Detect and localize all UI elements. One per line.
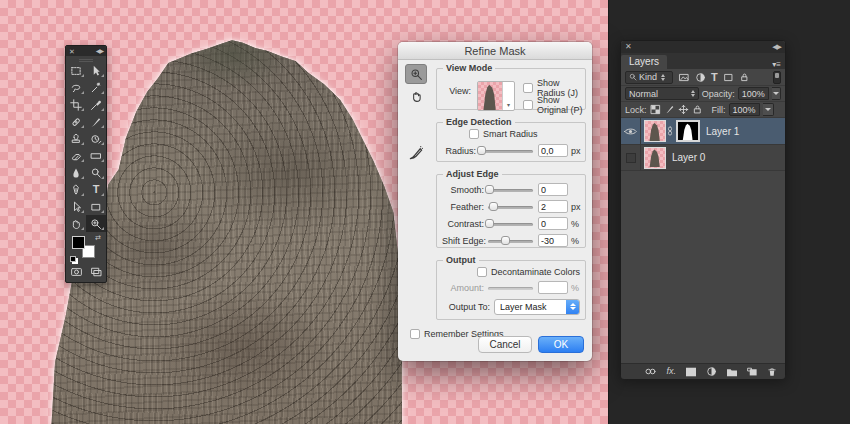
radius-field[interactable]	[538, 144, 568, 157]
tool-lasso[interactable]	[66, 79, 86, 96]
new-group-icon[interactable]	[726, 367, 738, 377]
new-layer-icon[interactable]	[747, 367, 758, 377]
tool-eyedropper[interactable]	[86, 96, 106, 113]
filter-smart-objects-icon[interactable]	[739, 72, 750, 83]
adjustment-layer-icon[interactable]	[706, 366, 717, 377]
tool-crop[interactable]	[66, 96, 86, 113]
layer-row-layer-0[interactable]: Layer 0	[621, 145, 785, 171]
shift-edge-slider-knob[interactable]	[501, 236, 510, 245]
layer-name[interactable]: Layer 0	[672, 152, 705, 163]
contrast-slider-knob[interactable]	[485, 219, 494, 228]
blend-mode-select[interactable]: Normal	[625, 87, 699, 100]
refine-mask-dialog: Refine Mask View Mode View: ▾ Show Radiu…	[398, 42, 592, 361]
close-icon[interactable]: ✕	[69, 48, 75, 55]
decontaminate-checkbox[interactable]	[477, 267, 487, 277]
tool-blur[interactable]	[66, 164, 86, 181]
tool-eraser[interactable]	[66, 147, 86, 164]
eye-icon[interactable]	[624, 127, 637, 136]
tool-zoom[interactable]	[86, 215, 106, 232]
panel-close-icon[interactable]: ✕	[625, 43, 632, 51]
contrast-field[interactable]	[538, 217, 568, 230]
shift-edge-slider[interactable]	[488, 236, 533, 246]
dialog-hand-tool[interactable]	[405, 86, 427, 106]
photoshop-screen: ✕ ◀▶ T ⇄	[0, 0, 850, 424]
filter-type-layers-icon[interactable]: T	[711, 72, 718, 83]
smooth-field[interactable]	[538, 183, 568, 196]
default-colors-icon[interactable]	[70, 256, 76, 262]
visibility-off-box[interactable]	[626, 153, 636, 163]
smooth-slider-knob[interactable]	[485, 185, 494, 194]
layer-mask-thumbnail[interactable]	[676, 120, 700, 142]
swap-colors-icon[interactable]: ⇄	[95, 234, 101, 242]
refine-radius-tool[interactable]	[405, 142, 427, 162]
layer-style-icon[interactable]: fx.	[666, 367, 676, 376]
tool-path-selection[interactable]	[66, 198, 86, 215]
tool-brush[interactable]	[86, 113, 106, 130]
contrast-slider[interactable]	[488, 219, 533, 229]
feather-slider[interactable]	[488, 202, 533, 212]
lock-all-icon[interactable]	[692, 104, 703, 115]
filter-pixel-layers-icon[interactable]	[678, 72, 690, 83]
dialog-tool-column	[405, 64, 429, 164]
radius-slider[interactable]	[480, 146, 533, 156]
link-layers-icon[interactable]	[644, 367, 657, 376]
filter-shape-layers-icon[interactable]	[723, 72, 734, 83]
lock-transparency-icon[interactable]	[650, 104, 661, 115]
screen-mode-icon[interactable]	[90, 266, 103, 278]
delete-layer-icon[interactable]	[767, 367, 777, 377]
smart-radius-checkbox[interactable]	[469, 129, 479, 139]
add-mask-icon[interactable]	[685, 367, 697, 377]
kind-filter-select[interactable]: Kind	[625, 71, 673, 84]
quick-mask-icon[interactable]	[70, 266, 83, 278]
tool-spot-healing-brush[interactable]	[66, 113, 86, 130]
layers-tab[interactable]: Layers	[621, 55, 667, 69]
smooth-slider[interactable]	[488, 185, 533, 195]
tool-rectangle-shape[interactable]	[86, 198, 106, 215]
tool-dodge[interactable]	[86, 164, 106, 181]
view-thumbnail-dropdown[interactable]: ▾	[477, 81, 515, 111]
panel-menu-icon[interactable]: ▾≡	[772, 60, 785, 69]
feather-field[interactable]	[538, 200, 568, 213]
panel-collapse-icon[interactable]: ◀▶	[772, 43, 781, 51]
tool-pen[interactable]	[66, 181, 86, 198]
layer-thumbnail[interactable]	[644, 147, 666, 169]
dialog-title[interactable]: Refine Mask	[398, 42, 592, 60]
radius-slider-knob[interactable]	[477, 146, 486, 155]
tool-gradient[interactable]	[86, 147, 106, 164]
tool-history-brush[interactable]	[86, 130, 106, 147]
output-to-select[interactable]: Layer Mask	[494, 299, 580, 315]
fill-dropdown-icon[interactable]	[763, 103, 774, 116]
filtering-toggle[interactable]	[773, 71, 781, 84]
mask-link-icon[interactable]	[666, 126, 674, 136]
layer-thumbnail[interactable]	[644, 120, 666, 142]
fill-label: Fill:	[712, 105, 726, 115]
tool-rectangular-marquee[interactable]	[66, 62, 86, 79]
lock-position-icon[interactable]	[678, 104, 689, 115]
foreground-color-swatch[interactable]	[72, 236, 85, 249]
tool-clone-stamp[interactable]	[66, 130, 86, 147]
view-dropdown-arrow-icon: ▾	[503, 82, 514, 110]
remember-settings-checkbox[interactable]	[410, 329, 420, 339]
shift-edge-field[interactable]	[538, 234, 568, 247]
tool-hand[interactable]	[66, 215, 86, 232]
opacity-value[interactable]: 100%	[738, 87, 769, 100]
layer-row-layer-1[interactable]: Layer 1	[621, 118, 785, 145]
filter-adjustment-layers-icon[interactable]	[695, 72, 706, 83]
visibility-gutter[interactable]	[621, 145, 641, 170]
opacity-dropdown-icon[interactable]	[772, 87, 781, 100]
tool-type[interactable]: T	[86, 181, 106, 198]
visibility-gutter[interactable]	[621, 118, 641, 144]
show-radius-checkbox[interactable]	[523, 83, 533, 93]
layer-name[interactable]: Layer 1	[706, 126, 739, 137]
dialog-zoom-tool[interactable]	[405, 64, 427, 84]
show-original-checkbox[interactable]	[523, 100, 533, 110]
feather-slider-knob[interactable]	[489, 202, 498, 211]
fill-value[interactable]: 100%	[729, 103, 760, 116]
tool-magic-wand[interactable]	[86, 79, 106, 96]
tools-palette: ✕ ◀▶ T ⇄	[65, 45, 107, 283]
tool-move[interactable]	[86, 62, 106, 79]
ok-button[interactable]: OK	[538, 336, 584, 353]
lock-pixels-icon[interactable]	[664, 104, 675, 115]
cancel-button[interactable]: Cancel	[478, 336, 532, 353]
collapse-icon[interactable]: ◀▶	[96, 48, 103, 54]
